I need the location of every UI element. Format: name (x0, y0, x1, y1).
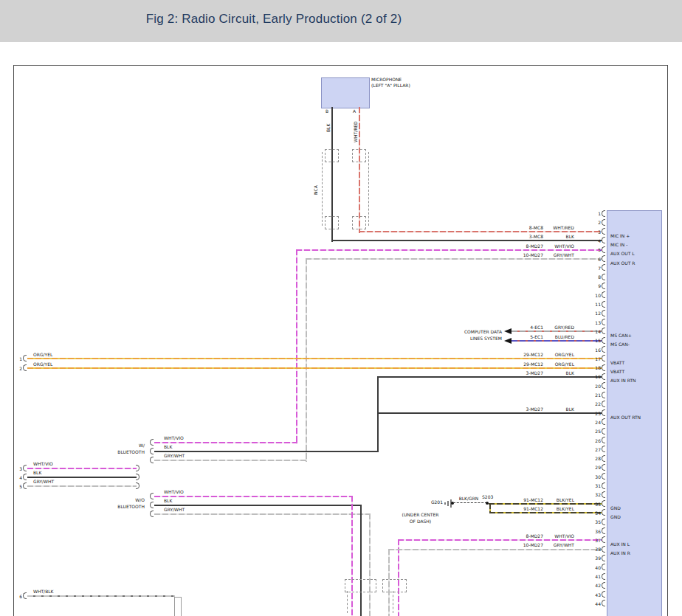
harness-wire-color-label: BLK (164, 498, 172, 503)
pin-terminal-icon (150, 457, 154, 463)
pin-number: 35 (588, 519, 601, 525)
connector-boundary-dash (347, 591, 348, 613)
pin-number: 43 (588, 592, 601, 598)
wire-withbt-blk (154, 451, 379, 452)
wire-withbt-grywht (154, 460, 307, 461)
pin-number: 23 (588, 411, 601, 416)
left-wire-color-label: GRY/WHT (33, 479, 54, 484)
left-pin-number: 1 (13, 356, 22, 361)
inline-connector-icon (345, 579, 376, 592)
pin-terminal-icon (602, 464, 605, 471)
pin-number: 41 (588, 574, 601, 579)
pin-number: 19 (588, 374, 601, 379)
pin-number: 21 (588, 392, 601, 398)
connector-pin-label: AUX IN RTN (610, 378, 636, 383)
pin-terminal-icon (602, 328, 605, 334)
pin-number: 33 (588, 502, 601, 507)
pin-number: 2 (588, 220, 601, 225)
connector-pin-label: MS CAN+ (610, 333, 632, 338)
ground-location-line1: (UNDER CENTER (393, 512, 448, 517)
pin-number: 4 (588, 238, 601, 243)
pin-terminal-icon (602, 500, 605, 507)
pin-terminal-icon (602, 582, 605, 589)
pin-terminal-icon (602, 519, 605, 525)
pin-number: 30 (588, 474, 601, 480)
connector-pin-label: GND (610, 505, 621, 511)
pin-terminal-icon (150, 439, 154, 446)
pin-terminal-icon (602, 274, 605, 280)
pin-terminal-icon (602, 482, 605, 489)
pin-terminal-icon (602, 255, 605, 262)
pin-number: 28 (588, 456, 601, 461)
pin-terminal-icon (602, 591, 605, 598)
computer-data-label-line2: LINES SYSTEM (413, 336, 502, 341)
pin-number: 22 (588, 401, 601, 406)
off-page-arrow-icon (504, 328, 512, 334)
connector-pin-label: AUX IN R (610, 550, 630, 556)
pin-terminal-icon (602, 491, 605, 498)
connector-pin-label: AUX OUT L (610, 251, 635, 256)
pin-terminal-icon (602, 600, 605, 606)
pin-number: 14 (588, 329, 601, 334)
pin-terminal-icon (602, 264, 605, 271)
pin-number: 5 (588, 247, 601, 252)
pin-terminal-icon (602, 228, 605, 235)
wire-left-pin6 (27, 595, 175, 597)
pin-terminal-icon (602, 392, 605, 398)
pin-number: 11 (588, 302, 601, 307)
pin-number: 27 (588, 447, 601, 452)
pin-number: 10 (588, 293, 601, 298)
pin-number: 18 (588, 365, 601, 370)
pin-terminal-icon (602, 546, 605, 553)
pin-number: 8 (588, 274, 601, 280)
connector-pin-label: VBATT (610, 360, 624, 365)
pin-number: 7 (588, 266, 601, 271)
connector-pin-rows: 123MIC IN +4MIC IN -5AUX OUT L6AUX OUT R… (0, 0, 682, 616)
pin-number: 3 (588, 229, 601, 235)
pin-terminal-icon (602, 337, 605, 344)
pin-number: 31 (588, 483, 601, 488)
splice-dot (486, 502, 489, 505)
left-wire-color-label: ORG/YEL (33, 352, 52, 357)
pin-terminal-icon (602, 455, 605, 462)
connector-pin-label: AUX IN L (610, 541, 630, 547)
left-wire-color-label: WHT/BLK (33, 589, 54, 594)
with-bluetooth-label-line2: BLUETOOTH (96, 449, 145, 454)
connector-pin-label: MIC IN - (610, 242, 627, 247)
pin-terminal-icon (602, 401, 605, 407)
ground-location-line2: OF DASH) (393, 519, 448, 524)
left-wire-color-label: BLK (33, 470, 41, 475)
pin-number: 16 (588, 347, 601, 353)
pin-terminal-icon (150, 511, 154, 517)
pin-number: 34 (588, 511, 601, 516)
harness-wire-color-label: GRY/WHT (164, 453, 185, 458)
pin-terminal-icon (602, 301, 605, 308)
wire-withbt-whtvio (154, 442, 297, 443)
pin-number: 37 (588, 538, 601, 543)
left-wire-color-label: ORG/YEL (33, 361, 52, 367)
inline-connector-icon (382, 579, 407, 592)
pin-terminal-icon (602, 446, 605, 452)
pin-terminal-icon (602, 409, 605, 416)
pin-terminal-icon (602, 509, 605, 516)
wire-left-pin4 (27, 477, 137, 478)
pin-number: 29 (588, 465, 601, 470)
connector-pin-label: MIC IN + (610, 233, 630, 238)
pin-number: 17 (588, 356, 601, 361)
connector-pin-label: AUX OUT RTN (610, 415, 641, 420)
pin-terminal-icon (23, 364, 27, 371)
without-bluetooth-label-line2: BLUETOOTH (96, 504, 145, 509)
harness-wire-color-label: GRY/WHT (164, 507, 185, 512)
pin-number: 38 (588, 547, 601, 552)
pin-terminal-icon (602, 219, 605, 226)
pin-number: 9 (588, 283, 601, 288)
pin-number: 40 (588, 565, 601, 570)
wire-withoutbt-blk-vertical (360, 505, 362, 616)
off-page-arrow-icon (504, 338, 512, 344)
harness-wire-color-label: BLK (164, 444, 172, 449)
wire-shield-outline (174, 597, 182, 616)
wire-withoutbt-grywht (154, 513, 371, 515)
pin-terminal-icon (23, 474, 27, 480)
pin-terminal-icon (602, 428, 605, 435)
pin-terminal-icon (602, 355, 605, 361)
